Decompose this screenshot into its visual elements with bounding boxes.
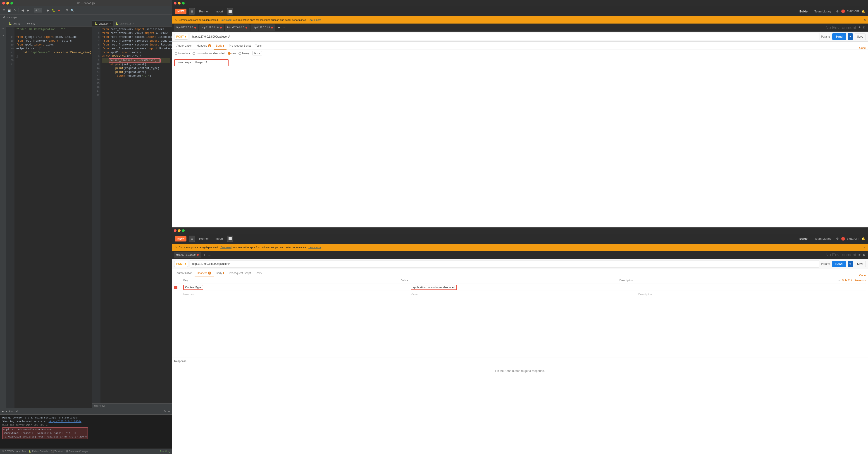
radio-form-data[interactable] bbox=[175, 52, 177, 55]
layout-button[interactable]: ⊞ bbox=[189, 8, 195, 14]
env-gear-icon-bottom[interactable]: ⚙ bbox=[862, 253, 866, 257]
project-dropdown[interactable]: drf ▾ bbox=[34, 8, 42, 12]
warning-close-button-bottom[interactable]: × bbox=[864, 246, 866, 249]
search-icon[interactable]: 🔍 bbox=[70, 8, 74, 12]
new-desc-placeholder[interactable]: Description bbox=[638, 293, 652, 296]
tab-parsers-py[interactable]: 🐍 parsers.py × bbox=[113, 21, 136, 27]
radio-urlencoded[interactable] bbox=[192, 52, 195, 55]
no-env-top[interactable]: No Environment bbox=[826, 25, 856, 30]
run-close-icon[interactable]: — bbox=[168, 410, 170, 413]
url-input-top[interactable] bbox=[190, 33, 819, 40]
env-eye-icon[interactable]: 👁 bbox=[857, 26, 861, 30]
url-input-bottom[interactable] bbox=[190, 260, 819, 268]
layout-button-bottom[interactable]: ⊞ bbox=[189, 236, 195, 242]
tab-close-parsers[interactable]: × bbox=[132, 22, 134, 25]
tab-prerequest-top[interactable]: Pre-request Script bbox=[226, 42, 253, 50]
add-tab-button[interactable]: + bbox=[276, 25, 281, 30]
url-tab-1[interactable]: http://127.0.0.1:8 bbox=[174, 25, 198, 31]
warning-learn-more[interactable]: Learn more bbox=[308, 19, 321, 21]
pm-top-close-btn[interactable] bbox=[174, 2, 177, 4]
send-dropdown-top[interactable]: ▾ bbox=[848, 33, 853, 40]
forward-icon[interactable]: ▶ bbox=[26, 8, 30, 12]
status-todo[interactable]: ☑ 6: TODO bbox=[2, 450, 14, 453]
more-tabs-button-bottom[interactable]: ··· bbox=[208, 253, 211, 256]
tab-auth-top[interactable]: Authorization bbox=[174, 42, 195, 50]
tab-tests-bottom[interactable]: Tests bbox=[253, 270, 264, 277]
send-button-top[interactable]: Send bbox=[832, 33, 846, 40]
tab-close-views[interactable]: × bbox=[110, 22, 111, 25]
params-button-top[interactable]: Params bbox=[821, 35, 831, 38]
layout-btn2[interactable]: ⬜ bbox=[227, 8, 233, 14]
tab-body-top[interactable]: Body bbox=[214, 42, 226, 50]
status-terminal[interactable]: ⬛ Terminal bbox=[51, 450, 63, 453]
close-button[interactable] bbox=[2, 2, 5, 4]
import-button[interactable]: Import bbox=[213, 9, 225, 14]
bulk-edit-button[interactable]: Bulk Edit bbox=[842, 279, 852, 282]
tab-conf-py[interactable]: conf.py × bbox=[25, 21, 40, 27]
pm-bell-icon[interactable]: 🔔 bbox=[861, 9, 865, 13]
pm-bell-icon-bottom[interactable]: 🔔 bbox=[861, 237, 865, 241]
send-dropdown-bottom[interactable]: ▾ bbox=[848, 261, 853, 267]
text-type-dropdown[interactable]: Text ▾ bbox=[252, 51, 262, 56]
pm-top-max-btn[interactable] bbox=[182, 2, 185, 4]
params-button-bottom[interactable]: Params bbox=[821, 262, 831, 266]
pm-bottom-min-btn[interactable] bbox=[178, 229, 181, 232]
tab-close-conf[interactable]: × bbox=[36, 22, 38, 25]
run-icon[interactable]: ▶ bbox=[46, 8, 50, 12]
tab-auth-bottom[interactable]: Authorization bbox=[174, 270, 195, 277]
status-python-console[interactable]: 🐍 Python Console bbox=[29, 450, 48, 453]
opt-raw[interactable]: raw bbox=[228, 52, 236, 55]
header-checkbox[interactable]: ✓ bbox=[174, 286, 177, 289]
opt-form-data[interactable]: form-data bbox=[175, 52, 190, 55]
presets-button[interactable]: Presets ▾ bbox=[855, 279, 866, 282]
tab-urls-py[interactable]: 🐍 urls.py × bbox=[6, 21, 25, 27]
radio-raw[interactable] bbox=[228, 52, 230, 55]
save-button-bottom[interactable]: Save bbox=[855, 261, 866, 267]
pm-top-min-btn[interactable] bbox=[178, 2, 181, 4]
method-select-bottom[interactable]: POST ▾ bbox=[174, 261, 188, 267]
tab-headers-top[interactable]: Headers 1 bbox=[195, 42, 214, 50]
three-dots-icon[interactable]: ··· bbox=[837, 279, 840, 282]
body-input-box-top[interactable]: name=wupeiqi&age=18 bbox=[174, 59, 228, 66]
tab-prerequest-bottom[interactable]: Pre-request Script bbox=[226, 270, 253, 277]
tab-headers-bottom[interactable]: Headers 1 bbox=[195, 270, 214, 277]
minimize-button[interactable] bbox=[6, 2, 9, 4]
status-run[interactable]: ▶ 4: Run bbox=[17, 450, 26, 453]
header-key-value[interactable]: Content-Type bbox=[183, 285, 203, 290]
save-icon[interactable]: 💾 bbox=[7, 8, 11, 12]
runner-button-bottom[interactable]: Runner bbox=[197, 236, 211, 241]
tab-body-bottom[interactable]: Body bbox=[214, 270, 226, 277]
breadcrumb-drf[interactable]: drf bbox=[2, 16, 5, 19]
code-link-bottom[interactable]: Code bbox=[859, 274, 866, 277]
pm-bottom-close-btn[interactable] bbox=[174, 229, 177, 232]
breadcrumb-views[interactable]: views.py bbox=[7, 16, 17, 19]
url-tab-3[interactable]: http://127.0.0.1:8 bbox=[225, 25, 250, 31]
warning-download-link-bottom[interactable]: Download bbox=[220, 246, 231, 249]
warning-learn-more-bottom[interactable]: Learn more bbox=[308, 246, 321, 249]
add-tab-button-bottom[interactable]: + bbox=[202, 252, 207, 258]
new-key-placeholder[interactable]: New key bbox=[183, 293, 194, 296]
no-env-bottom[interactable]: No Environment bbox=[826, 252, 856, 257]
new-button-bottom[interactable]: NEW bbox=[175, 236, 186, 241]
sync-icon[interactable]: ⟳ bbox=[13, 8, 17, 12]
team-library-button-bottom[interactable]: Team Library bbox=[812, 236, 833, 241]
env-gear-icon[interactable]: ⚙ bbox=[862, 26, 866, 30]
send-button-bottom[interactable]: Send bbox=[832, 261, 846, 267]
import-button-bottom[interactable]: Import bbox=[213, 236, 225, 241]
status-event-log[interactable]: Event Log bbox=[160, 450, 170, 453]
settings-icon[interactable]: ⚙ bbox=[65, 8, 69, 12]
server-url-link[interactable]: http://127.0.0.1:8000/ bbox=[49, 420, 82, 423]
back-icon[interactable]: ◀ bbox=[21, 8, 25, 12]
stop-icon[interactable]: ■ bbox=[57, 8, 61, 12]
method-select-top[interactable]: POST ▾ bbox=[174, 34, 188, 40]
maximize-button[interactable] bbox=[10, 2, 13, 4]
builder-button-bottom[interactable]: Builder bbox=[798, 236, 810, 241]
team-library-button[interactable]: Team Library bbox=[812, 9, 833, 14]
opt-binary[interactable]: binary bbox=[239, 52, 250, 55]
save-button-top[interactable]: Save bbox=[855, 33, 866, 40]
menu-icon[interactable]: ☰ bbox=[2, 8, 6, 12]
runner-button[interactable]: Runner bbox=[197, 9, 211, 14]
pm-settings-icon-bottom[interactable]: ⚙ bbox=[835, 237, 839, 241]
code-link-top[interactable]: Code bbox=[859, 47, 866, 50]
radio-binary[interactable] bbox=[239, 52, 241, 55]
